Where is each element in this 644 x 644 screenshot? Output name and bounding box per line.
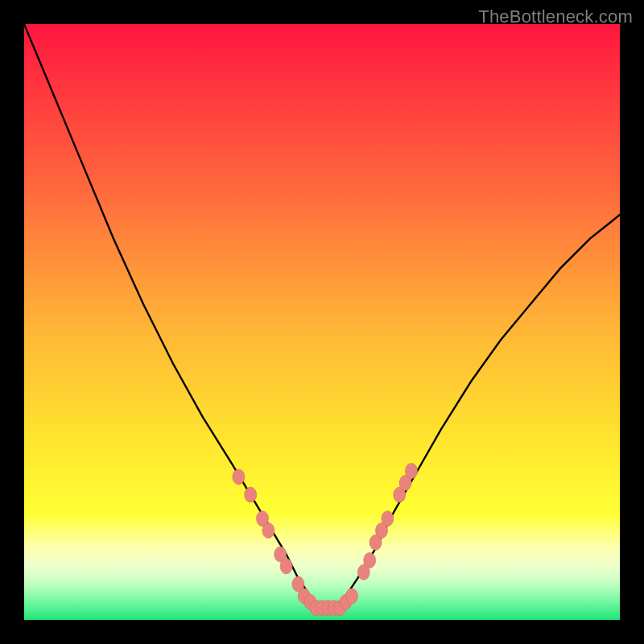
curve-marker [346, 588, 358, 604]
curve-marker [382, 511, 394, 526]
curve-marker [364, 553, 376, 568]
chart-frame: TheBottleneck.com [0, 0, 644, 644]
curve-marker [280, 559, 292, 574]
curve-marker [262, 523, 275, 539]
chart-plot [24, 24, 620, 620]
watermark: TheBottleneck.com [478, 6, 633, 27]
curve-marker [245, 487, 257, 502]
curve-marker [406, 464, 418, 479]
curve-marker [233, 469, 245, 485]
gradient-background [24, 24, 620, 620]
